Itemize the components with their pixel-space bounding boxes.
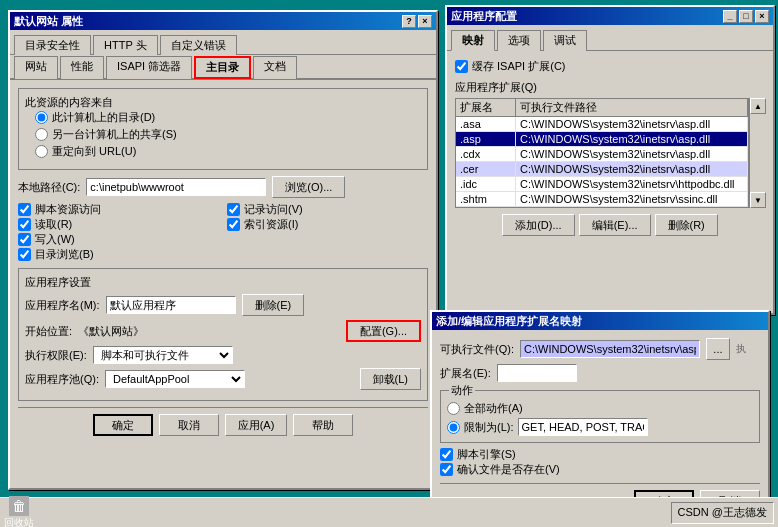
limit-input[interactable]	[518, 418, 648, 436]
close-app-config-button[interactable]: ×	[755, 10, 769, 23]
pool-label: 应用程序池(Q):	[25, 372, 99, 387]
cache-isapi-input[interactable]	[455, 60, 468, 73]
ext-row: 扩展名(E):	[440, 364, 760, 382]
path-cell: C:\WINDOWS\system32\inetsrv\asp.dll	[516, 117, 748, 131]
taskbar: 🗑 回收站 CSDN @王志德发	[0, 497, 778, 527]
checkbox-log-access-input[interactable]	[227, 203, 240, 216]
tab-strip-row2: 网站 性能 ISAPI 筛选器 主目录 文档	[10, 55, 436, 80]
checkbox-write-input[interactable]	[18, 233, 31, 246]
radio-local-input[interactable]	[35, 111, 48, 124]
tab-mapping[interactable]: 映射	[451, 30, 495, 51]
tab-docs[interactable]: 文档	[253, 56, 297, 79]
checkbox-read: 读取(R)	[18, 217, 219, 232]
checkboxes-col2: 记录访问(V) 索引资源(I)	[227, 202, 428, 262]
radio-share-input[interactable]	[35, 128, 48, 141]
cancel-button[interactable]: 取消	[159, 414, 219, 436]
checkbox-script-access: 脚本资源访问	[18, 202, 219, 217]
maximize-button[interactable]: □	[739, 10, 753, 23]
exec-browse-button[interactable]: ...	[706, 338, 730, 360]
grid-row-shtm[interactable]: .shtm C:\WINDOWS\system32\inetsrv\ssinc.…	[456, 192, 748, 207]
app-config-title: 应用程序配置	[451, 9, 517, 24]
content-source-label: 此资源的内容来自	[25, 95, 421, 110]
close-button[interactable]: ×	[418, 15, 432, 28]
perm-row: 执行权限(E): 脚本和可执行文件	[25, 346, 421, 364]
path-cell: C:\WINDOWS\system32\inetsrv\asp.dll	[516, 147, 748, 161]
app-name-label: 应用程序名(M):	[25, 298, 100, 313]
checkboxes-section: 脚本资源访问 读取(R) 写入(W) 目录浏览(B) 记录访	[18, 202, 428, 262]
checkbox-script-access-input[interactable]	[18, 203, 31, 216]
ext-label: 扩展名(E):	[440, 366, 491, 381]
grid-row-cdx[interactable]: .cdx C:\WINDOWS\system32\inetsrv\asp.dll	[456, 147, 748, 162]
tab-custom-errors[interactable]: 自定义错误	[160, 35, 237, 55]
radio-limit-input[interactable]	[447, 421, 460, 434]
help-main-button[interactable]: 帮助	[293, 414, 353, 436]
bottom-buttons: 确定 取消 应用(A) 帮助	[18, 407, 428, 442]
tab-main-dir[interactable]: 主目录	[194, 56, 251, 79]
apply-button[interactable]: 应用(A)	[225, 414, 288, 436]
perm-select[interactable]: 脚本和可执行文件	[93, 346, 233, 364]
cache-isapi-checkbox: 缓存 ISAPI 扩展(C)	[455, 59, 765, 74]
grid-scrollbar[interactable]: ▲ ▼	[749, 98, 765, 208]
app-name-input[interactable]	[106, 296, 236, 314]
remove-button[interactable]: 删除(E)	[242, 294, 305, 316]
checkbox-index-input[interactable]	[227, 218, 240, 231]
tab-isapi[interactable]: ISAPI 筛选器	[106, 56, 192, 79]
cache-isapi-label: 缓存 ISAPI 扩展(C)	[472, 59, 566, 74]
checkbox-dir-browse-input[interactable]	[18, 248, 31, 261]
tab-performance[interactable]: 性能	[60, 56, 104, 79]
help-button[interactable]: ?	[402, 15, 416, 28]
radio-redirect-input[interactable]	[35, 145, 48, 158]
local-path-input[interactable]	[86, 178, 266, 196]
tab-http[interactable]: HTTP 头	[93, 35, 158, 55]
exec-extra: 执	[736, 342, 746, 356]
exec-row: 可执行文件(Q): ... 执	[440, 338, 760, 360]
radio-share: 另一台计算机上的共享(S)	[35, 127, 421, 142]
perm-label: 执行权限(E):	[25, 348, 87, 363]
path-cell: C:\WINDOWS\system32\inetsrv\httpodbc.dll	[516, 177, 748, 191]
add-edit-checkboxes: 脚本引擎(S) 确认文件是否存在(V)	[440, 447, 760, 477]
exec-input[interactable]	[520, 340, 700, 358]
scroll-track	[750, 114, 765, 192]
ext-input[interactable]	[497, 364, 577, 382]
add-button[interactable]: 添加(D)...	[502, 214, 574, 236]
action-group: 动作 全部动作(A) 限制为(L):	[440, 390, 760, 443]
grid-row-idc[interactable]: .idc C:\WINDOWS\system32\inetsrv\httpodb…	[456, 177, 748, 192]
config-button[interactable]: 配置(G)...	[346, 320, 421, 342]
tab-options[interactable]: 选项	[497, 30, 541, 51]
grid-header: 扩展名 可执行文件路径	[456, 99, 748, 117]
grid-row-asa[interactable]: .asa C:\WINDOWS\system32\inetsrv\asp.dll	[456, 117, 748, 132]
verify-file-input[interactable]	[440, 463, 453, 476]
app-settings-label: 应用程序设置	[25, 275, 421, 290]
pool-select[interactable]: DefaultAppPool	[105, 370, 245, 388]
recycle-label: 回收站	[4, 516, 34, 528]
ok-button[interactable]: 确定	[93, 414, 153, 436]
tab-security[interactable]: 目录安全性	[14, 35, 91, 55]
edit-button[interactable]: 编辑(E)...	[579, 214, 651, 236]
tab-debug[interactable]: 调试	[543, 30, 587, 51]
tab-website[interactable]: 网站	[14, 56, 58, 79]
checkbox-read-input[interactable]	[18, 218, 31, 231]
browse-button[interactable]: 浏览(O)...	[272, 176, 345, 198]
main-dialog-title-buttons: ? ×	[402, 15, 432, 28]
verify-file-checkbox: 确认文件是否存在(V)	[440, 462, 760, 477]
add-edit-titlebar: 添加/编辑应用程序扩展名映射	[432, 312, 768, 330]
scroll-up-btn[interactable]: ▲	[750, 98, 766, 114]
path-header: 可执行文件路径	[516, 99, 748, 116]
content-source-section: 此资源的内容来自 此计算机上的目录(D) 另一台计算机上的共享(S) 重定向到 …	[18, 88, 428, 170]
app-name-row: 应用程序名(M): 删除(E)	[25, 294, 421, 316]
main-dialog-titlebar: 默认网站 属性 ? ×	[10, 12, 436, 30]
ext-cell: .asp	[456, 132, 516, 146]
scroll-down-btn[interactable]: ▼	[750, 192, 766, 208]
minimize-button[interactable]: _	[723, 10, 737, 23]
action-group-title: 动作	[449, 383, 475, 398]
unload-button[interactable]: 卸载(L)	[360, 368, 421, 390]
checkbox-write: 写入(W)	[18, 232, 219, 247]
path-cell: C:\WINDOWS\system32\inetsrv\asp.dll	[516, 162, 748, 176]
radio-all-input[interactable]	[447, 402, 460, 415]
grid-row-asp[interactable]: .asp C:\WINDOWS\system32\inetsrv\asp.dll	[456, 132, 748, 147]
delete-button[interactable]: 删除(R)	[655, 214, 718, 236]
verify-file-label: 确认文件是否存在(V)	[457, 462, 560, 477]
script-engine-input[interactable]	[440, 448, 453, 461]
app-config-tabs: 映射 选项 调试	[447, 25, 773, 51]
grid-row-cer[interactable]: .cer C:\WINDOWS\system32\inetsrv\asp.dll	[456, 162, 748, 177]
